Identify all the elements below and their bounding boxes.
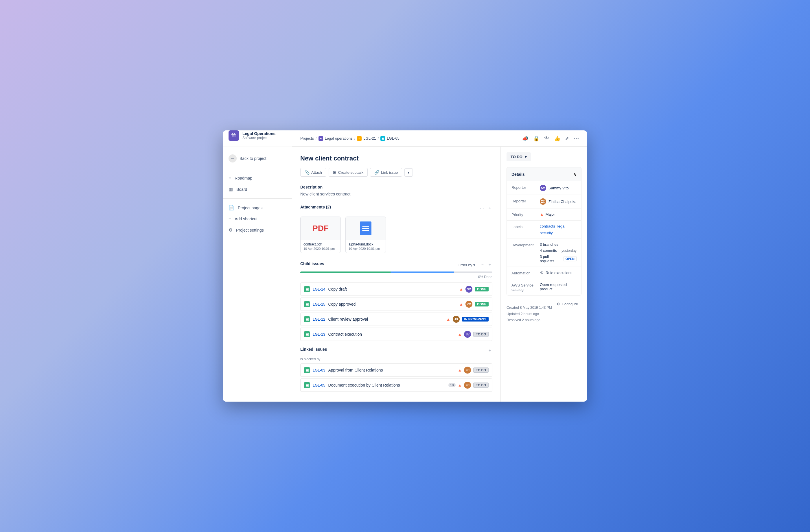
lgl15-priority: ▲: [459, 302, 463, 306]
pdf-name: contract.pdf: [304, 242, 338, 246]
development-label: Development: [512, 242, 537, 247]
back-arrow-icon: ←: [229, 154, 237, 163]
priority-label: Priority: [512, 212, 537, 217]
sidebar-item-project-pages[interactable]: 📄 Project pages: [223, 202, 292, 213]
share-btn[interactable]: ⇗: [565, 136, 569, 141]
reporter1-avatar: SV: [540, 185, 546, 191]
issue-type-icon-2: ▣: [304, 301, 310, 307]
priority-arrow-icon: ▲: [540, 212, 544, 217]
commits-meta: yesterday: [562, 249, 577, 253]
lgl13-key: LGL-13: [313, 332, 325, 336]
reporter1-name: Sammy Vito: [549, 186, 569, 190]
progress-blue: [391, 271, 454, 273]
pdf-info: contract.pdf 10 Apr 2020 10:01 pm: [301, 240, 340, 253]
main-window: 🏛 Legal Operations Software project ← Ba…: [223, 130, 587, 402]
attachments-add-btn[interactable]: +: [487, 204, 492, 212]
lgl15-status: DONE: [475, 302, 489, 306]
attachment-alpha-fund-docx[interactable]: alpha-fund.docx 10 Apr 2020 10:01 pm: [345, 217, 386, 253]
sidebar-divider: [223, 169, 292, 169]
reporter1-label: Reporter: [512, 185, 537, 190]
link-issue-btn[interactable]: 🔗 Link issue: [370, 168, 402, 177]
breadcrumb-projects[interactable]: Projects: [300, 136, 314, 140]
link-icon: 🔗: [374, 170, 379, 174]
vote-btn[interactable]: 👍: [554, 135, 560, 142]
configure-gear-icon: ⚙: [556, 302, 560, 306]
lgl03-status: TO DO: [473, 367, 489, 373]
lgl03-key: LGL-03: [313, 368, 325, 372]
roadmap-icon: ≡: [229, 176, 231, 181]
order-by-label: Order by: [458, 263, 472, 267]
details-collapse-icon[interactable]: ∧: [573, 171, 577, 177]
notification-btn[interactable]: 📣: [522, 135, 529, 142]
create-subtask-btn[interactable]: ⊞ Create subtask: [329, 168, 368, 177]
configure-btn[interactable]: ⚙ Configure: [553, 300, 581, 308]
development-row: Development 3 branches 4 commits yesterd…: [507, 239, 581, 267]
lgl03-priority: ▲: [458, 368, 462, 372]
linked-issues-label: Linked issues: [300, 347, 327, 352]
label-legal[interactable]: legal: [557, 224, 565, 229]
attachments-more-btn[interactable]: ···: [479, 204, 485, 212]
linked-issue-lgl03[interactable]: ▣ LGL-03 Approval from Client Relations …: [300, 363, 492, 377]
lgl03-title: Approval from Client Relations: [328, 368, 455, 372]
pull-requests-text: 3 pull requests: [540, 254, 564, 263]
sidebar-item-project-settings[interactable]: ⚙ Project settings: [223, 225, 292, 236]
lgl05-status: TO DO: [473, 383, 489, 388]
watch-btn[interactable]: 👁: [544, 135, 549, 142]
lgl03-avatar: ZC: [464, 367, 471, 373]
breadcrumb-legal-ops[interactable]: Legal operations: [325, 136, 353, 140]
details-title: Details: [512, 172, 525, 177]
description-text: New client services contract: [300, 192, 492, 196]
status-dropdown[interactable]: TO DO ▾: [506, 152, 531, 161]
sidebar-item-roadmap[interactable]: ≡ Roadmap: [223, 172, 292, 184]
pull-requests-item: 3 pull requests OPEN: [540, 254, 577, 263]
rule-icon: ⟲: [540, 270, 543, 275]
details-header: Details ∧: [507, 167, 581, 181]
lgl14-actions: ▲ SV DONE: [459, 286, 489, 293]
labels-chips: contracts legal security: [540, 224, 577, 235]
more-btn[interactable]: ···: [573, 135, 579, 142]
automation-value: ⟲ Rule executions: [540, 270, 577, 275]
label-contracts[interactable]: contracts: [540, 224, 555, 229]
subtask-icon: ⊞: [333, 170, 337, 174]
lgl12-actions: ▲ JD IN PROGRESS: [447, 316, 489, 323]
progress-pct: 0% Done: [300, 275, 492, 279]
top-actions: 📣 🔒 👁 👍 ⇗ ···: [522, 135, 579, 142]
breadcrumb-lgl65[interactable]: LGL-65: [387, 136, 399, 140]
lgl14-key: LGL-14: [313, 287, 325, 292]
child-issue-lgl14[interactable]: ▣ LGL-14 Copy draft ▲ SV DONE: [300, 282, 492, 296]
child-issue-lgl15[interactable]: ▣ LGL-15 Copy approved ▲ ZC DONE: [300, 298, 492, 311]
breadcrumb-lgl21[interactable]: LGL-21: [363, 136, 376, 140]
lgl12-title: Client review approval: [328, 317, 443, 321]
child-issues-more-btn[interactable]: ···: [479, 261, 485, 269]
brand-text: Legal Operations Software project: [242, 131, 275, 140]
attach-btn[interactable]: 📎 Attach: [300, 168, 326, 177]
attachments-grid: PDF contract.pdf 10 Apr 2020 10:01 pm: [300, 217, 492, 253]
doc-icon: [360, 221, 371, 235]
back-to-project-btn[interactable]: ← Back to project: [223, 151, 292, 165]
lock-btn[interactable]: 🔒: [533, 135, 539, 142]
order-by-btn[interactable]: Order by ▾: [455, 262, 478, 268]
lgl12-status: IN PROGRESS: [462, 317, 489, 321]
sidebar-item-add-shortcut[interactable]: + Add shortcut: [223, 213, 292, 225]
sidebar-item-board[interactable]: ▦ Board: [223, 184, 292, 195]
lgl15-avatar: ZC: [466, 301, 472, 307]
issue-sidebar: TO DO ▾ Details ∧ Reporter SV: [500, 147, 587, 402]
action-bar: 📎 Attach ⊞ Create subtask 🔗 Link issue ▾: [300, 168, 492, 177]
lgl13-title: Contract execution: [328, 332, 455, 336]
lgl21-icon: ⚡: [357, 136, 361, 141]
lgl05-count: 10: [449, 383, 455, 387]
child-issue-lgl12[interactable]: ▣ LGL-12 Client review approval ▲ JD IN …: [300, 313, 492, 326]
attach-label: Attach: [311, 170, 322, 174]
more-actions-btn[interactable]: ▾: [404, 168, 413, 177]
child-issue-lgl13[interactable]: ▣ LGL-13 Contract execution ▲ SV TO DO: [300, 328, 492, 341]
attachment-contract-pdf[interactable]: PDF contract.pdf 10 Apr 2020 10:01 pm: [300, 217, 341, 253]
lgl03-type-icon: ▣: [304, 367, 310, 373]
linked-issues-add-btn[interactable]: +: [487, 347, 492, 354]
label-security[interactable]: security: [540, 231, 553, 235]
attachments-label: Attachments (2): [300, 205, 331, 209]
priority-value: ▲ Major: [540, 212, 577, 217]
roadmap-label: Roadmap: [234, 176, 252, 180]
linked-issue-lgl05[interactable]: ▣ LGL-05 Document execution by Client Re…: [300, 379, 492, 392]
issue-main: New client contract 📎 Attach ⊞ Create su…: [292, 147, 500, 402]
child-issues-add-btn[interactable]: +: [487, 261, 492, 269]
